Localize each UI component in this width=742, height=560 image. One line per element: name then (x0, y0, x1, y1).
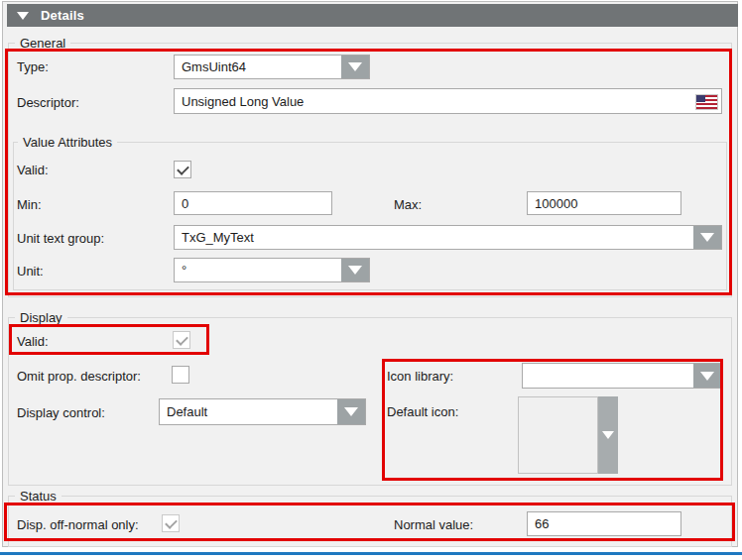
display-valid-checkbox[interactable] (173, 331, 190, 349)
unit-text-group-label: Unit text group: (17, 231, 104, 246)
type-dropdown-button[interactable] (341, 56, 369, 78)
default-icon-picker[interactable] (518, 396, 618, 474)
type-label: Type: (17, 59, 49, 74)
collapse-triangle-icon[interactable] (17, 12, 29, 20)
flag-canton (696, 95, 705, 102)
omit-prop-descriptor-checkbox[interactable] (172, 366, 189, 384)
display-control-value: Default (160, 399, 337, 424)
unit-dropdown-value: ° (175, 259, 341, 281)
display-control-label: Display control: (17, 405, 105, 420)
icon-library-dropdown[interactable] (522, 363, 722, 389)
icon-library-dropdown-button[interactable] (693, 364, 721, 388)
unit-label: Unit: (17, 264, 44, 279)
details-header-title: Details (41, 8, 84, 23)
min-field-value: 0 (182, 196, 188, 211)
default-icon-dropdown-button[interactable] (598, 396, 618, 474)
display-valid-label: Valid: (17, 334, 49, 349)
unit-text-group-dropdown-button[interactable] (693, 226, 721, 249)
general-group-label: General (15, 36, 70, 51)
chevron-down-icon (700, 372, 714, 381)
normal-value-field[interactable]: 66 (527, 511, 681, 536)
icon-library-label: Icon library: (387, 369, 453, 384)
valid-checkbox[interactable] (174, 161, 191, 178)
details-panel-screen: Details General Type: GmsUint64 Descript… (0, 0, 742, 560)
default-icon-label: Default icon: (387, 404, 458, 419)
chevron-down-icon (602, 431, 614, 439)
default-icon-preview (518, 396, 598, 474)
disp-off-normal-only-label: Disp. off-normal only: (17, 517, 139, 532)
type-dropdown[interactable]: GmsUint64 (174, 55, 370, 79)
descriptor-field[interactable]: Unsigned Long Value (174, 88, 722, 114)
display-group-label: Display (15, 310, 67, 325)
display-control-dropdown-button[interactable] (337, 399, 365, 424)
valid-label: Valid: (17, 163, 49, 177)
status-group-label: Status (15, 489, 62, 504)
display-control-dropdown[interactable]: Default (159, 398, 366, 425)
bottom-blue-separator (0, 552, 742, 555)
unit-dropdown[interactable]: ° (174, 258, 370, 282)
unit-dropdown-button[interactable] (341, 259, 369, 281)
max-label: Max: (394, 197, 422, 212)
omit-prop-descriptor-label: Omit prop. descriptor: (17, 369, 141, 384)
descriptor-label: Descriptor: (17, 95, 79, 110)
display-groupbox (8, 317, 732, 486)
normal-value-field-value: 66 (535, 516, 549, 531)
max-field-value: 100000 (535, 196, 577, 211)
disp-off-normal-only-checkbox[interactable] (162, 514, 180, 532)
icon-library-value (523, 364, 693, 388)
chevron-down-icon (348, 266, 362, 275)
min-field[interactable]: 0 (174, 191, 332, 215)
unit-text-group-dropdown[interactable]: TxG_MyText (174, 225, 722, 250)
unit-text-group-value: TxG_MyText (175, 226, 693, 249)
chevron-down-icon (344, 407, 358, 416)
type-dropdown-value: GmsUint64 (175, 56, 341, 78)
chevron-down-icon (348, 62, 362, 71)
value-attributes-groupbox (13, 142, 727, 290)
max-field[interactable]: 100000 (527, 191, 681, 215)
us-flag-icon[interactable] (695, 94, 718, 110)
descriptor-field-value: Unsigned Long Value (182, 94, 304, 109)
normal-value-label: Normal value: (394, 517, 473, 532)
min-label: Min: (17, 197, 42, 212)
chevron-down-icon (700, 233, 714, 242)
details-header-bar[interactable]: Details (7, 4, 738, 27)
value-attributes-group-label: Value Attributes (18, 135, 117, 150)
